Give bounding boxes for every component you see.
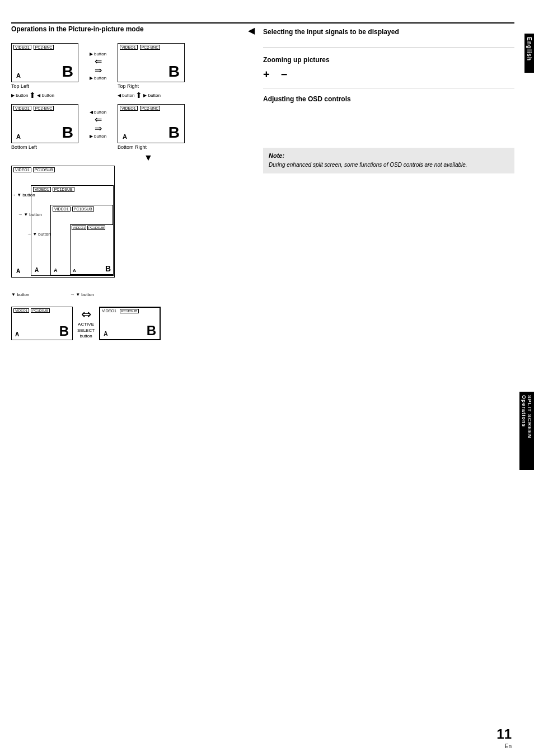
pip-bl-signal-a: VIDEO1 (13, 106, 31, 111)
divider-1 (263, 47, 514, 48)
right-button-label-tr: ▶ button (143, 93, 160, 98)
triangle-top: ◀ (248, 25, 255, 36)
active-select-right-box: VIDEO1 PC1DSUB B A (99, 307, 161, 340)
arrow-2-label: → ▼ button (18, 212, 42, 217)
double-arrow-icon: ⇔ (81, 307, 91, 322)
selecting-title: Selecting the input signals to be displa… (263, 28, 514, 36)
pip-bl-caption: Bottom Left (11, 144, 78, 150)
pip-bl-signal-b: PC2-BNC (34, 106, 54, 111)
cb2-sig-b: PC1DSUB (53, 187, 74, 192)
pip-br-caption: Bottom Right (118, 144, 185, 150)
pip-top-left-group: VIDEO1 PC2-BNC B A Top Left ▶ button ⬆ ◀… (11, 43, 78, 100)
pip-bottom-middle-arrows: ◀ button ⇐⇒ ▶ button (78, 104, 118, 139)
main-content: Operations in the Picture-in-picture mod… (11, 25, 514, 745)
top-divider (11, 22, 514, 24)
page-suffix: En (505, 743, 512, 749)
cascade-bottom-right-label: → ▼ button (70, 292, 94, 297)
bottom-top-arrow-label: ◀ button (90, 110, 106, 115)
pip-tr-caption: Top Right (118, 83, 185, 89)
asl-big-b: B (59, 323, 69, 339)
active-select-section: VIDEO1 PC1DSUB B A ⇔ ACTIVESELECTbutton … (11, 307, 257, 340)
asr-sig-b: PC1DSUB (120, 309, 139, 313)
cb4-small-a: A (73, 268, 76, 273)
cb2-small-a: A (35, 267, 39, 273)
cb4-sig-b: PC1DSUB (87, 226, 105, 230)
pip-tl-big-letter: B (62, 63, 73, 81)
right-column: Selecting the input signals to be displa… (263, 25, 514, 173)
pip-tl-signal-a: VIDEO1 (13, 45, 31, 50)
cb3-small-a: A (54, 267, 58, 273)
pip-top-right-box: VIDEO1 PC2-BNC B (118, 43, 185, 82)
pip-bottom-left-group: VIDEO1 PC2-BNC B A Bottom Left (11, 104, 78, 150)
note-title: Note: (269, 152, 509, 159)
cb4-sig-a: VIDEO1 (72, 226, 86, 230)
asr-big-b: B (147, 323, 156, 339)
updown-icon-tr: ⬆ (135, 91, 142, 100)
zoom-minus: − (281, 68, 288, 81)
pip-br-signal-b: PC2-BNC (140, 106, 161, 111)
pip-tr-big-letter: B (168, 63, 180, 81)
right-button-label-tl: ▶ button (11, 93, 28, 98)
active-select-label: ACTIVESELECTbutton (77, 322, 95, 339)
osd-section: Adjusting the OSD controls (263, 95, 514, 103)
cb3-sig-b: PC1DSUB (72, 206, 94, 212)
bottom-bottom-arrow-label: ▶ button (90, 134, 106, 139)
cascade-arrow-1: → ▼ button (11, 192, 35, 198)
page-number: 11 (496, 726, 512, 742)
updown-icon-tl: ⬆ (29, 91, 36, 100)
pip-tl-signal-b: PC2-BNC (34, 45, 54, 50)
cb4-big-b: B (105, 264, 111, 273)
cascade-arrow-3: → ▼ button (27, 232, 51, 237)
zoom-controls: + − (263, 68, 514, 81)
pip-tl-caption: Top Left (11, 83, 78, 89)
top-arrow-btn-label: ▶ button (90, 51, 106, 57)
cascade-box-4: VIDEO1 PC1DSUB B A (70, 224, 114, 275)
pip-bl-big-letter: B (62, 124, 73, 142)
zooming-title: Zooming up pictures (263, 56, 514, 64)
asr-small-a: A (104, 331, 107, 337)
left-column: Operations in the Picture-in-picture mod… (11, 25, 257, 340)
asl-small-a: A (15, 331, 19, 337)
pip-br-big-letter: B (168, 124, 180, 142)
note-box: Note: During enhanced split screen, some… (263, 148, 514, 173)
arrow-1-label: → ▼ button (11, 192, 35, 198)
pip-tr-signal-a: VIDEO1 (120, 45, 138, 50)
left-button-label-tr: ◀ button (118, 93, 134, 98)
pip-top-left-box: VIDEO1 PC2-BNC B A (11, 43, 78, 82)
asl-sig-b: PC1DSUB (31, 308, 50, 313)
split-screen-tab: SPLIT SCREEN Operations (519, 392, 534, 470)
active-select-left-box: VIDEO1 PC1DSUB B A (11, 307, 73, 340)
pip-bottom-right-box: VIDEO1 PC2-BNC B A (118, 104, 185, 143)
cascade-bottom-label: ▼ button (11, 292, 29, 297)
bottom-lr-arrows-icon: ⇐⇒ (95, 115, 102, 133)
note-text: During enhanced split screen, some funct… (269, 161, 509, 169)
triangle-down: ▼ (39, 153, 257, 163)
zooming-section: Zooming up pictures + − (263, 56, 514, 81)
pip-bottom-left-box: VIDEO1 PC2-BNC B A (11, 104, 78, 143)
pip-br-small-letter: A (123, 133, 127, 140)
cb1-small-a: A (16, 268, 20, 274)
pip-tr-arrows: ◀ button ⬆ ▶ button (118, 91, 185, 100)
pip-bottom-row: VIDEO1 PC2-BNC B A Bottom Left ◀ button … (11, 104, 257, 150)
pip-section-title: Operations in the Picture-in-picture mod… (11, 25, 257, 33)
left-button-label-tl: ◀ button (37, 93, 54, 98)
asr-sig-a-plain: VIDEO1 (102, 309, 116, 313)
pip-bl-small-letter: A (16, 133, 21, 140)
english-tab: English (524, 34, 534, 73)
lr-arrows-icon: ⇐⇒ (95, 57, 102, 75)
pip-tl-small-letter: A (16, 72, 21, 79)
pip-top-row: VIDEO1 PC2-BNC B A Top Left ▶ button ⬆ ◀… (11, 43, 257, 100)
cb3-sig-a: VIDEO1 (53, 206, 71, 212)
cb1-sig-a: VIDEO1 (13, 167, 31, 172)
divider-2 (263, 88, 514, 88)
pip-top-right-group: VIDEO1 PC2-BNC B Top Right ◀ button ⬆ ▶ … (118, 43, 185, 100)
asl-sig-a: VIDEO1 (13, 308, 29, 313)
bottom-arrow-btn-label: ▶ button (90, 76, 106, 81)
zoom-plus: + (263, 68, 270, 81)
cb1-sig-b: PC1DSUB (33, 167, 55, 172)
cascade-diagram: VIDEO1 PC1DSUB B A VIDEO1 PC1DSUB B A VI… (11, 166, 123, 300)
arrow-3-label: → ▼ button (27, 232, 51, 237)
pip-middle-arrows: ▶ button ⇐⇒ ▶ button (78, 43, 118, 81)
cascade-arrow-2: → ▼ button (18, 212, 42, 217)
cb2-sig-a: VIDEO1 (33, 187, 51, 192)
